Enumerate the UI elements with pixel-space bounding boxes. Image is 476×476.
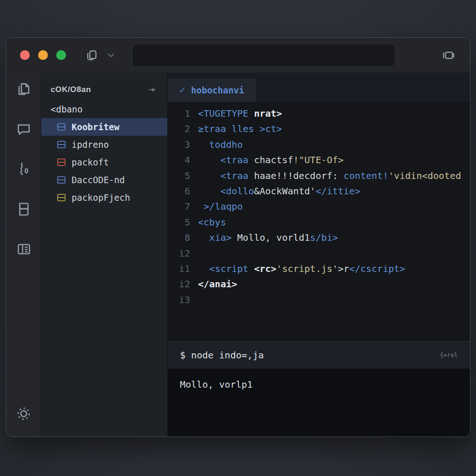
code-segment: xia> [209,232,231,243]
code-editor[interactable]: 1<TUGETYPE nrat>2≥traa lles >ct>3 toddho… [168,102,470,341]
code-segment: >/laqpo [198,201,243,212]
line-content: <TUGETYPE nrat> [190,106,282,121]
code-segment: ≥traa lles >ct> [198,123,282,134]
code-segment [198,263,209,274]
file-list: KoobritewipdrenopackoftDaccODE-ndpackopF… [41,118,167,206]
code-segment: <rc> [254,263,276,274]
code-line: 3 toddho [168,137,470,152]
line-number: i2 [168,277,190,292]
line-content: ≥traa lles >ct> [190,121,282,137]
code-line: i2</anai> [168,277,470,292]
file-item[interactable]: packoft [41,153,167,171]
code-segment: </cscript> [349,263,405,274]
line-content [190,292,198,308]
code-segment: !"UTE-Of> [293,154,344,165]
terminal-hint: {=rol [440,352,458,358]
code-line: 5 <traa haae!!!decdorf: content!'vidin<d… [168,168,470,184]
file-icon [57,141,66,148]
minimize-button[interactable] [38,50,48,60]
file-icon [57,123,66,131]
line-number: i1 [168,261,190,277]
terminal-command-row[interactable]: $ node indo=,ja {=rol [168,341,470,369]
code-line: 5<cbys [168,215,470,230]
line-number: i3 [168,292,190,308]
line-number: 5 [168,168,190,184]
code-segment: <script [209,263,248,274]
code-segment: nrat> [254,108,282,119]
file-icon [57,194,66,201]
notebook-icon[interactable] [14,200,33,218]
file-item[interactable]: ipdreno [41,136,167,153]
code-segment: </ittie> [316,185,360,197]
code-segment [248,263,254,274]
editor-column: ✓ hobochanvi 1<TUGETYPE nrat>2≥traa lles… [168,73,470,436]
line-content: toddho [190,137,243,152]
gear-icon[interactable] [15,405,33,423]
editor-tab[interactable]: ✓ hobochanvi [168,79,256,102]
code-segment: chactsf [248,154,293,165]
explorer-panel: cOK/O8an <dbano KoobritewipdrenopackoftD… [41,73,168,436]
branch-icon[interactable] [14,160,33,178]
activity-bar [6,73,41,436]
chevron-down-icon[interactable] [106,50,116,60]
line-number: i2 [168,246,190,261]
explorer-title: cOK/O8an [51,85,91,94]
code-segment: <dollo [220,185,254,197]
file-item[interactable]: DaccODE-nd [41,171,167,189]
app-window: cOK/O8an <dbano KoobritewipdrenopackoftD… [6,37,470,437]
line-number: 8 [168,230,190,245]
code-line: i2 [168,246,470,261]
code-line: 6 <dollo&AockWantd'</ittie> [168,184,470,199]
line-content: >/laqpo [190,199,243,214]
file-item[interactable]: packopFjech [41,189,167,206]
extensions-icon[interactable] [14,240,33,258]
code-segment: >r [338,263,349,274]
code-segment: 'script.js' [277,263,338,274]
code-line: 4 <traa chactsf!"UTE-Of> [168,152,470,168]
sidebar-toggle-icon[interactable] [440,48,456,62]
code-segment: <TUGETYPE [198,108,248,119]
main-area: cOK/O8an <dbano KoobritewipdrenopackoftD… [6,73,470,436]
code-segment: content! [344,170,388,181]
file-icon [57,159,66,166]
code-segment: <traa [220,154,248,165]
terminal-command: node indo=,ja [185,350,264,361]
code-line: 7 >/laqpo [168,199,470,214]
line-content [190,246,198,261]
file-icon [57,176,66,184]
line-content: </anai> [190,277,237,292]
code-segment: </anai> [198,278,237,290]
code-line: 8 xia> Mollo, vorld1s/bi> [168,230,470,245]
line-content: <traa haae!!!decdorf: content!'vidin<doo… [190,168,461,184]
pin-icon[interactable] [147,85,157,95]
folder-label[interactable]: <dbano [41,95,167,118]
code-line: 2≥traa lles >ct> [168,121,470,137]
code-line: i3 [168,292,470,308]
terminal-prompt: $ [180,350,185,361]
line-content: <script <rc>'script.js'>r</cscript> [190,261,405,277]
code-segment: <cbys [198,217,226,228]
files-icon[interactable] [14,80,33,99]
address-search-input[interactable] [132,44,395,67]
tab-overview-icon[interactable] [85,48,99,62]
line-number: 7 [168,199,190,214]
line-number: 3 [168,137,190,152]
terminal-output-text: Mollo, vorlp1 [180,379,253,390]
file-name: packopFjech [72,192,130,203]
chat-icon[interactable] [14,120,33,139]
close-button[interactable] [20,50,30,60]
code-segment: 'vidin<dooted [388,170,461,181]
check-icon: ✓ [179,85,186,95]
title-bar [6,38,470,73]
file-name: Koobritew [72,122,119,132]
file-item[interactable]: Koobritew [41,118,167,136]
code-segment [198,154,220,165]
code-line: i1 <script <rc>'script.js'>r</cscript> [168,261,470,277]
zoom-button[interactable] [56,50,66,60]
code-segment: &AockWantd' [254,185,315,197]
terminal-output: Mollo, vorlp1 [168,369,470,436]
code-segment: Mollo, vorld1 [231,232,310,243]
file-name: DaccODE-nd [72,175,125,185]
code-segment: <traa [220,170,248,181]
line-content: <traa chactsf!"UTE-Of> [190,152,344,168]
